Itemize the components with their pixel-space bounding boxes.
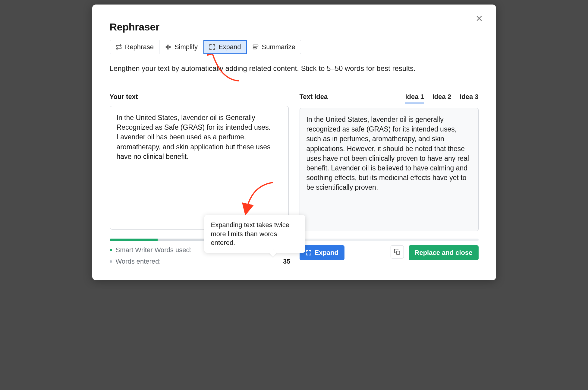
words-entered-value: 35	[283, 257, 290, 266]
mode-rephrase-label: Rephrase	[125, 43, 154, 51]
tab-idea-2[interactable]: Idea 2	[432, 93, 451, 103]
mode-rephrase[interactable]: Rephrase	[110, 40, 159, 54]
mode-summarize-label: Summarize	[262, 43, 295, 51]
text-idea-output: In the United States, lavender oil is ge…	[300, 108, 479, 231]
expand-icon	[209, 44, 215, 50]
idea-tabs: Idea 1 Idea 2 Idea 3	[405, 93, 478, 103]
rephrase-icon	[115, 44, 122, 50]
text-idea-column: Text idea Idea 1 Idea 2 Idea 3 In the Un…	[300, 92, 479, 231]
mode-toolbar: Rephrase Simplify Expand Summarize	[110, 40, 301, 54]
dot-icon	[110, 249, 112, 251]
your-text-input[interactable]: In the United States, lavender oil is Ge…	[110, 106, 289, 230]
summarize-icon	[252, 44, 259, 50]
mode-expand-label: Expand	[219, 43, 241, 51]
close-button[interactable]	[474, 13, 485, 24]
copy-button[interactable]	[391, 245, 404, 258]
dot-icon	[110, 260, 112, 263]
expand-icon	[306, 250, 312, 256]
expand-button[interactable]: Expand	[300, 245, 344, 260]
svg-rect-3	[253, 48, 256, 49]
your-text-column: Your text In the United States, lavender…	[110, 92, 289, 231]
simplify-icon	[165, 44, 171, 50]
tab-idea-1[interactable]: Idea 1	[405, 93, 424, 103]
rephraser-modal: Rephraser Rephrase Simplify Expand Summa…	[92, 5, 496, 280]
text-idea-label: Text idea	[300, 92, 328, 102]
words-used-label: Smart Writer Words used:	[116, 245, 192, 255]
mode-simplify-label: Simplify	[175, 43, 198, 51]
mode-summarize[interactable]: Summarize	[247, 40, 301, 54]
modal-title: Rephraser	[110, 20, 479, 34]
your-text-label: Your text	[110, 92, 138, 102]
close-icon	[476, 14, 483, 22]
stats-panel: Expanding text takes twice more limits t…	[110, 245, 291, 268]
svg-rect-6	[396, 251, 400, 254]
tab-idea-3[interactable]: Idea 3	[460, 93, 478, 103]
expand-limits-tooltip: Expanding text takes twice more limits t…	[204, 215, 305, 253]
replace-close-button[interactable]: Replace and close	[409, 245, 479, 260]
copy-icon	[394, 249, 401, 255]
mode-expand[interactable]: Expand	[203, 40, 247, 54]
replace-close-label: Replace and close	[415, 249, 473, 257]
expand-button-label: Expand	[315, 249, 338, 257]
mode-description: Lengthen your text by automatically addi…	[110, 63, 479, 74]
svg-rect-2	[253, 45, 258, 46]
mode-simplify[interactable]: Simplify	[159, 40, 203, 54]
words-entered-label: Words entered:	[116, 257, 161, 266]
progress-used-segment	[110, 239, 158, 241]
